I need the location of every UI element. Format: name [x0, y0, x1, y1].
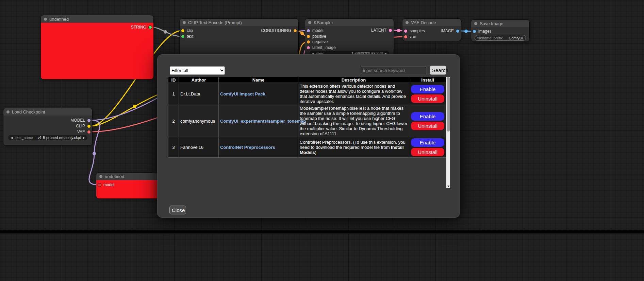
input-port-vae[interactable]: vae	[404, 34, 416, 39]
port-dot[interactable]	[456, 29, 460, 33]
port-dot[interactable]	[181, 29, 185, 33]
output-port-image[interactable]: IMAGE	[441, 28, 460, 34]
ext-id: 1	[168, 83, 179, 105]
output-port-clip[interactable]: CLIP	[76, 123, 91, 129]
input-port-clip[interactable]: clip	[181, 28, 193, 33]
ext-description: ControlNet Preprocessors. (To use this e…	[298, 137, 409, 158]
ext-name-link[interactable]: ComfyUI Impact Pack	[220, 91, 265, 96]
node-body: STRING	[41, 23, 153, 79]
ext-name-link[interactable]: ControlNet Preprocessors	[220, 145, 275, 150]
node-title: Save Image	[480, 21, 503, 26]
enable-button[interactable]: Enable	[411, 85, 444, 93]
node-clip-text-encode[interactable]: CLIP Text Encode (Prompt) clip text COND…	[180, 19, 298, 59]
input-port-images[interactable]: images	[473, 29, 492, 34]
node-title: undefined	[49, 17, 69, 22]
output-port-conditioning[interactable]: CONDITIONING	[261, 28, 297, 33]
node-title-bar[interactable]: CLIP Text Encode (Prompt)	[180, 19, 298, 26]
collapse-dot-icon[interactable]	[6, 110, 10, 113]
port-dot[interactable]	[307, 40, 310, 44]
port-dot[interactable]	[307, 46, 310, 50]
table-row: 1 Dr.Lt.Data ComfyUI Impact Pack This ex…	[168, 83, 446, 105]
column-header-author: Author	[179, 77, 219, 83]
port-dot[interactable]	[98, 183, 101, 187]
input-port-latent-image[interactable]: latent_image	[307, 45, 336, 50]
ext-description: This extension offers various detector n…	[298, 83, 409, 105]
search-input[interactable]	[361, 67, 427, 74]
input-port-negative[interactable]: negative	[307, 39, 328, 45]
port-dot[interactable]	[181, 35, 185, 38]
node-body: model	[96, 180, 164, 198]
node-undefined-string[interactable]: undefined STRING	[41, 15, 153, 79]
collapse-dot-icon[interactable]	[474, 22, 477, 25]
input-port-positive[interactable]: positive	[307, 34, 326, 39]
node-undefined-model[interactable]: undefined model	[96, 173, 164, 198]
scrollbar-down-button[interactable]	[446, 184, 450, 188]
node-title-bar[interactable]: undefined	[96, 173, 164, 180]
collapse-dot-icon[interactable]	[44, 18, 47, 21]
output-port-vae[interactable]: VAE	[77, 129, 91, 135]
node-title-bar[interactable]: Load Checkpoint	[3, 108, 92, 116]
input-port-model[interactable]: model	[307, 28, 324, 33]
output-port-string[interactable]: STRING	[131, 24, 152, 30]
port-dot[interactable]	[389, 29, 392, 32]
node-save-image[interactable]: Save Image images filename_prefix ComfyU…	[471, 20, 529, 41]
uninstall-button[interactable]: Uninstall	[411, 148, 444, 156]
column-header-name: Name	[219, 77, 298, 83]
node-ksampler[interactable]: KSampler model positive negative latent_…	[305, 19, 394, 58]
ext-name-link[interactable]: ComfyUI_experiments/sampler_tonemap	[220, 119, 306, 124]
input-port-text[interactable]: text	[181, 34, 193, 39]
node-vae-decode[interactable]: VAE Decode samples vae IMAGE	[402, 19, 461, 41]
port-dot[interactable]	[404, 35, 408, 39]
column-header-id: ID	[168, 77, 179, 83]
node-title: VAE Decode	[411, 20, 436, 25]
node-title-bar[interactable]: KSampler	[305, 19, 394, 26]
input-port-model[interactable]: model	[98, 182, 115, 188]
node-title: Load Checkpoint	[12, 109, 45, 115]
decrement-arrow-icon[interactable]: ◀	[11, 136, 13, 139]
port-dot[interactable]	[148, 25, 152, 29]
ckpt-name-widget[interactable]: ◀ ckpt_name v1-5-pruned-emaonly.ckpt ▶	[8, 135, 87, 140]
collapse-dot-icon[interactable]	[308, 21, 311, 24]
port-dot[interactable]	[87, 119, 91, 122]
search-button[interactable]: Search	[430, 66, 446, 75]
collapse-dot-icon[interactable]	[183, 21, 186, 24]
enable-button[interactable]: Enable	[411, 112, 444, 121]
table-scrollbar[interactable]	[446, 77, 450, 188]
filename-prefix-widget[interactable]: filename_prefix ComfyUI	[475, 35, 526, 41]
uninstall-button[interactable]: Uninstall	[411, 122, 444, 130]
node-body: images filename_prefix ComfyUI	[471, 27, 529, 41]
collapse-dot-icon[interactable]	[406, 21, 409, 24]
port-dot[interactable]	[307, 29, 310, 33]
output-port-latent[interactable]: LATENT	[371, 28, 392, 33]
collapse-dot-icon[interactable]	[99, 175, 102, 178]
node-title-bar[interactable]: Save Image	[471, 20, 529, 27]
ext-description: ModelSamplerTonemapNoiseTest a node that…	[298, 105, 409, 137]
ext-id: 3	[168, 137, 179, 158]
uninstall-button[interactable]: Uninstall	[411, 94, 444, 103]
input-port-samples[interactable]: samples	[404, 28, 425, 34]
node-title-bar[interactable]: undefined	[41, 15, 153, 23]
node-title: KSampler	[314, 20, 333, 25]
filter-select[interactable]: Filter: all	[170, 66, 225, 75]
port-dot[interactable]	[307, 35, 310, 38]
scrollbar-thumb[interactable]	[447, 77, 450, 131]
column-header-install: Install	[409, 77, 446, 83]
node-load-checkpoint[interactable]: Load Checkpoint MODEL CLIP VAE ◀ ckpt_na…	[3, 108, 92, 145]
increment-arrow-icon[interactable]: ▶	[83, 136, 85, 139]
port-dot[interactable]	[87, 130, 91, 134]
node-title-bar[interactable]: VAE Decode	[402, 19, 461, 26]
table-header-row: ID Author Name Description Install	[168, 77, 446, 83]
port-dot[interactable]	[87, 124, 91, 128]
node-body: MODEL CLIP VAE ◀ ckpt_name v1-5-pruned-e…	[3, 116, 92, 145]
port-dot[interactable]	[293, 29, 297, 33]
node-title: undefined	[105, 174, 124, 179]
close-button[interactable]: Close	[169, 206, 186, 214]
output-port-model[interactable]: MODEL	[70, 118, 91, 123]
enable-button[interactable]: Enable	[411, 138, 444, 147]
ext-author: Fannovel16	[179, 137, 219, 158]
ext-author: comfyanonymous	[179, 105, 219, 137]
bottom-black-bar	[0, 230, 644, 233]
scroll-down-icon	[447, 186, 449, 187]
port-dot[interactable]	[473, 30, 476, 33]
port-dot[interactable]	[404, 29, 408, 33]
